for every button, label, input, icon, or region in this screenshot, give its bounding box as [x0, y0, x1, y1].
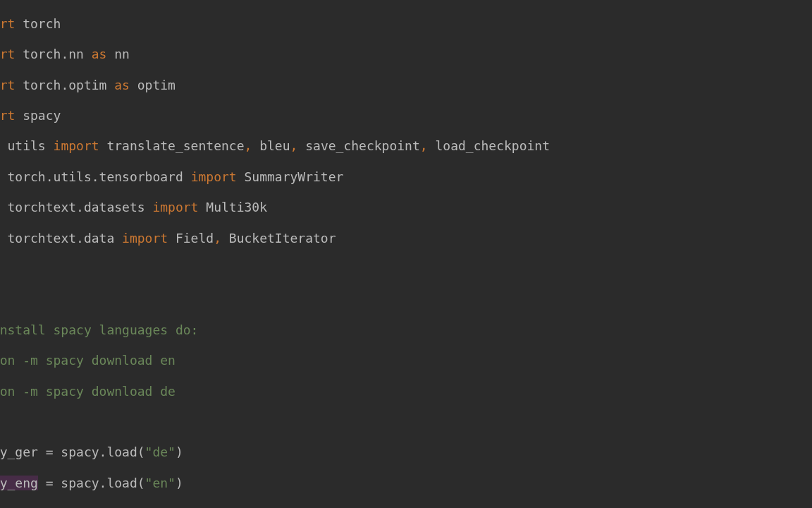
- code-line: om torchtext.data import Field, BucketIt…: [0, 231, 812, 246]
- code-line: port torch.nn as nn: [0, 47, 812, 62]
- code-line: om torchtext.datasets import Multi30k: [0, 200, 812, 215]
- code-line: port torch.optim as optim: [0, 78, 812, 93]
- code-line: thon -m spacy download de: [0, 384, 812, 399]
- code-line: [0, 261, 812, 277]
- code-line: thon -m spacy download en: [0, 353, 812, 368]
- code-line: acy_eng = spacy.load("en"): [0, 476, 812, 491]
- code-line: ": [0, 414, 812, 430]
- code-editor[interactable]: port torch port torch.nn as nn port torc…: [0, 0, 812, 508]
- code-line: install spacy languages do:: [0, 322, 812, 338]
- code-line: om utils import translate_sentence, bleu…: [0, 138, 812, 154]
- code-line: port torch: [0, 16, 812, 32]
- code-line: om torch.utils.tensorboard import Summar…: [0, 169, 812, 185]
- code-line: ": [0, 291, 812, 307]
- code-line: port spacy: [0, 108, 812, 123]
- code-line: acy_ger = spacy.load("de"): [0, 445, 812, 460]
